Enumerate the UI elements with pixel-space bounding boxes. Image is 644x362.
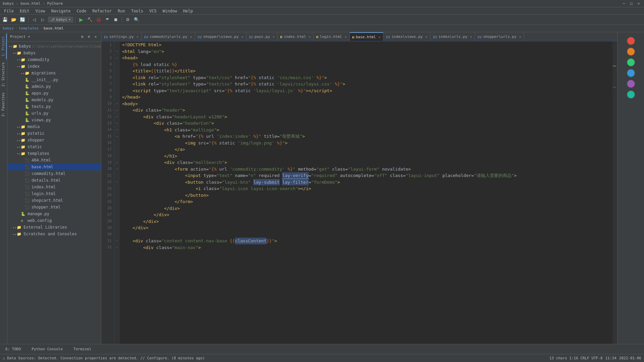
menu-item-refactor[interactable]: Refactor: [90, 8, 114, 14]
fold-icon[interactable]: ▾: [116, 161, 118, 164]
tree-item-login-html[interactable]: ⬛ login.html: [7, 190, 101, 197]
run-button[interactable]: ▶: [77, 16, 85, 23]
fold-icon[interactable]: ▾: [116, 128, 118, 131]
tree-item-index[interactable]: ▾ 📁 index: [7, 63, 101, 70]
tab-shopper-urls[interactable]: py shopper\urls.py ✕: [475, 32, 524, 41]
tree-item-shopper[interactable]: ▸ 📁 shopper: [7, 137, 101, 143]
fold-icon[interactable]: ▾: [116, 135, 118, 138]
tree-item-tests[interactable]: 🐍 tests.py: [7, 103, 101, 110]
tree-item-details-html[interactable]: ⬛ details.html: [7, 177, 101, 184]
menu-item-tools[interactable]: Tools: [128, 8, 146, 14]
sync-toolbar-button[interactable]: 🔄: [19, 16, 26, 23]
tree-item-models[interactable]: 🐍 models.py: [7, 97, 101, 103]
menu-item-code[interactable]: Code: [74, 8, 89, 14]
tree-item-babys-root[interactable]: ▾ 📁 babys C:\Users\ied\Desktop\chapter11…: [7, 43, 101, 50]
breadcrumb-templates[interactable]: templates: [19, 26, 39, 31]
browser-teal-icon[interactable]: [627, 90, 635, 99]
tab-index-views[interactable]: py index\views.py ✕: [383, 32, 430, 41]
tab-close-icon[interactable]: ✕: [241, 35, 244, 39]
fold-icon[interactable]: ▾: [116, 180, 118, 184]
tab-shopper-views[interactable]: py shopper\views.py ✕: [195, 32, 247, 41]
python-console-tab[interactable]: Python Console: [29, 346, 65, 352]
todo-tab[interactable]: 6: TODO: [3, 346, 23, 352]
chrome-green-icon[interactable]: [627, 58, 635, 66]
tree-item-init[interactable]: 🐍 __init__.py: [7, 76, 101, 83]
tab-close-icon[interactable]: ✕: [519, 35, 521, 39]
tab-close-icon[interactable]: ✕: [425, 35, 427, 39]
chrome-orange-icon[interactable]: [627, 48, 635, 56]
tree-item-static[interactable]: ▸ 📁 static: [7, 143, 101, 150]
stop-button[interactable]: ⏹: [112, 16, 120, 23]
tree-item-urls[interactable]: 🐍 urls.py: [7, 110, 101, 117]
fold-icon[interactable]: ▾: [116, 102, 118, 105]
tree-item-commodity-html[interactable]: ⬛ commodity.html: [7, 170, 101, 177]
branch-selector[interactable]: ⎇ babys ▾: [48, 17, 73, 22]
search-button[interactable]: 🔍: [133, 16, 140, 23]
tree-item-admin[interactable]: 🐍 admin.py: [7, 83, 101, 90]
vtab-structure[interactable]: 2: Structure: [0, 60, 7, 89]
tab-login-html[interactable]: ◧ login.html ✕: [314, 32, 350, 41]
window-controls[interactable]: ─ □ ✕: [621, 1, 641, 6]
build-button[interactable]: 🔨: [86, 16, 94, 23]
menu-item-window[interactable]: Window: [160, 8, 180, 14]
tree-item-shopper-html[interactable]: ⬛ shopper.html: [7, 204, 101, 210]
minimize-button[interactable]: ─: [621, 1, 627, 6]
fold-icon[interactable]: ▾: [116, 56, 118, 60]
tab-close-icon[interactable]: ✕: [190, 35, 192, 39]
tree-item-manage-py[interactable]: 🐍 manage.py: [7, 210, 101, 217]
tab-close-icon[interactable]: ✕: [273, 35, 275, 39]
tab-pays-py[interactable]: py pays.py ✕: [247, 32, 278, 41]
forward-toolbar-button[interactable]: ▷: [39, 16, 47, 23]
maximize-button[interactable]: □: [629, 1, 634, 6]
menu-item-navigate[interactable]: Navigate: [49, 8, 73, 14]
tree-item-external-libs[interactable]: ▸ 📁 External Libraries: [7, 224, 101, 231]
fold-icon[interactable]: ▾: [116, 246, 118, 249]
tree-item-views[interactable]: 🐍 views.py: [7, 117, 101, 123]
tab-commodity-urls[interactable]: py commodity\urls.py ✕: [142, 32, 195, 41]
settings-button[interactable]: ⚙: [124, 16, 131, 23]
menu-item-help[interactable]: Help: [180, 8, 196, 14]
chrome-red-icon[interactable]: [627, 37, 635, 45]
debug-button[interactable]: 🐞: [95, 16, 102, 23]
browser-purple-icon[interactable]: [627, 80, 635, 88]
tree-item-commodity[interactable]: ▾ 📁 commodity: [7, 56, 101, 63]
chrome-blue-icon[interactable]: [627, 69, 635, 77]
tab-close-icon[interactable]: ✕: [378, 35, 380, 39]
tree-item-404[interactable]: ⬛ 404.html: [7, 157, 101, 164]
tree-item-babys[interactable]: ▾ 📁 babys: [7, 50, 101, 56]
open-toolbar-button[interactable]: 📂: [10, 16, 17, 23]
tab-close-icon[interactable]: ✕: [137, 35, 139, 39]
vtab-project[interactable]: 1: Project: [0, 34, 7, 59]
terminal-tab[interactable]: Terminal: [71, 346, 94, 352]
menu-item-file[interactable]: File: [1, 8, 16, 14]
fold-icon[interactable]: ▾: [116, 167, 118, 171]
tab-index-urls[interactable]: py index\urls.py ✕: [430, 32, 475, 41]
tree-item-shopcart-html[interactable]: ⬛ shopcart.html: [7, 197, 101, 204]
close-button[interactable]: ✕: [636, 1, 641, 6]
sidebar-collapse-icon[interactable]: ≡: [86, 34, 92, 40]
back-toolbar-button[interactable]: ◁: [31, 16, 38, 23]
tree-item-scratches[interactable]: ▸ 📁 Scratches and Consoles: [7, 231, 101, 237]
fold-icon[interactable]: ▾: [116, 239, 118, 243]
tree-item-index-html[interactable]: ⬛ index.html: [7, 184, 101, 190]
code-content[interactable]: <!DOCTYPE html> <html lang="en"> <head> …: [119, 42, 612, 344]
sidebar-close-icon[interactable]: ✕: [93, 34, 98, 40]
fold-icon[interactable]: ▾: [116, 50, 118, 53]
tree-item-base-html[interactable]: ⬛ base.html: [7, 164, 101, 170]
fold-icon[interactable]: ▾: [116, 109, 118, 112]
sidebar-gear-icon[interactable]: ⚙: [79, 34, 85, 40]
save-toolbar-button[interactable]: 💾: [1, 16, 9, 23]
tab-index-html[interactable]: ◧ index.html ✕: [278, 32, 314, 41]
menu-item-run[interactable]: Run: [115, 8, 128, 14]
tree-item-apps[interactable]: 🐍 apps.py: [7, 90, 101, 97]
breadcrumb-babys[interactable]: babys: [3, 26, 14, 31]
menu-item-vcs[interactable]: VCS: [147, 8, 159, 14]
tab-close-icon[interactable]: ✕: [309, 35, 311, 39]
fold-icon[interactable]: ▾: [116, 122, 118, 125]
tab-settings-py[interactable]: py settings.py ✕: [101, 32, 142, 41]
tree-item-pstatic[interactable]: ▸ 📁 pstatic: [7, 130, 101, 137]
tree-item-migrations[interactable]: ▸ 📁 migrations: [7, 70, 101, 76]
tree-item-templates[interactable]: ▾ 📁 templates: [7, 150, 101, 157]
tree-item-web-config[interactable]: ⚙ web.config: [7, 217, 101, 224]
vtab-favorites[interactable]: 3: Favorites: [0, 90, 7, 119]
